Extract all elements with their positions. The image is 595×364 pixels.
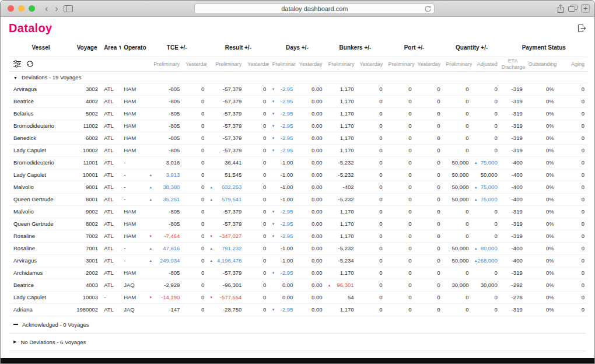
result-yesterday-cell: 0: [244, 95, 269, 107]
share-icon[interactable]: [556, 4, 565, 13]
sub-col-outstanding: Outstanding: [526, 57, 557, 71]
operator-cell: -: [121, 242, 146, 254]
filter-sliders-icon[interactable]: [13, 60, 21, 68]
sidebar-icon[interactable]: [64, 5, 73, 12]
quantity-adjusted-cell: 0: [472, 132, 501, 144]
quantity-adjusted-cell: 0: [472, 107, 501, 120]
vessel-cell: Bromodideuterio: [9, 156, 73, 169]
section-header-acknowledged[interactable]: Acknowledged - 0 Voyages: [9, 316, 586, 334]
section-title: No Deviations - 6 Voyages: [20, 339, 86, 345]
operator-cell: HAM: [121, 230, 146, 242]
table-row[interactable]: Rosaline7002ATLHAM▼-7,4640▼-347,0270▼-2.…: [9, 230, 587, 242]
tce-yesterday-cell: 0: [183, 267, 207, 279]
table-row[interactable]: Lady Capulet10003-HAM▼-14,1900▼-577,5540…: [9, 291, 587, 303]
forward-button[interactable]: ›: [53, 4, 60, 13]
port-yesterday-cell: 0: [415, 156, 443, 169]
port-preliminary-cell: 0: [386, 181, 415, 193]
table-row[interactable]: Belarius5002ATLHAM-8050-57,3790▼-2.950.0…: [9, 107, 587, 120]
minimize-button[interactable]: [18, 5, 24, 12]
eta-discharge-cell: -400: [501, 242, 526, 254]
days-yesterday-cell: 0.00: [296, 107, 325, 120]
up-arrow-icon: ▲: [209, 198, 213, 201]
days-preliminary-cell: ▼-2.95: [269, 267, 296, 279]
col-group-port: Port +/-: [386, 39, 443, 57]
dashboard-page: Dataloy VesselVoyageAreaOperatorTCE +/-R…: [1, 17, 594, 358]
voyage-cell: 6002: [73, 132, 101, 144]
table-row[interactable]: Bromodideuterio11001ATL-3,016036,4410-1.…: [9, 156, 587, 169]
filter-icon[interactable]: [118, 46, 121, 50]
quantity-adjusted-cell: 0: [472, 83, 501, 95]
table-row[interactable]: Rosaline7001ATL-▲47,8160▲791,2320-1.000.…: [9, 242, 587, 254]
voyage-cell: 8001: [73, 193, 101, 205]
aging-cell: 0: [557, 279, 587, 291]
section-header-deviations[interactable]: ▼Deviations - 19 Voyages: [9, 71, 587, 83]
quantity-preliminary-cell: 0: [443, 205, 472, 218]
tce-yesterday-cell: 0: [183, 279, 207, 291]
days-preliminary-cell: ▼-2.95: [269, 132, 296, 144]
triangle-down-icon: ▼: [13, 76, 18, 80]
table-row[interactable]: Bromodideuterio11002ATLHAM-8050-57,3790▼…: [9, 120, 587, 132]
logout-icon[interactable]: [577, 24, 586, 33]
table-row[interactable]: Benedick6002ATLHAM-8050-57,3790▼-2.950.0…: [9, 132, 587, 144]
days-preliminary-cell: -1.00: [269, 169, 296, 181]
area-cell: ATL: [101, 95, 121, 107]
tce-preliminary-cell: ▲47,816: [146, 242, 183, 254]
port-preliminary-cell: 0: [386, 132, 415, 144]
voyage-cell: 5002: [73, 107, 101, 120]
up-arrow-icon: ▲: [209, 186, 213, 189]
tce-preliminary-cell: -805: [146, 95, 183, 107]
table-row[interactable]: Beatrice4002ATLHAM-8050-57,3790▼-2.950.0…: [9, 95, 587, 107]
address-bar[interactable]: dataloy dashboard.com: [194, 4, 435, 14]
aging-cell: 0: [557, 205, 587, 218]
operator-cell: HAM: [121, 132, 146, 144]
bunkers-preliminary-cell: -5,232: [325, 242, 356, 254]
table-row[interactable]: Beatrice4003ATLJAQ-2,9290-96,30100.000.0…: [9, 279, 587, 291]
tce-yesterday-cell: 0: [183, 169, 207, 181]
new-tab-icon[interactable]: +: [581, 4, 590, 13]
zoom-button[interactable]: [29, 5, 35, 12]
tabs-icon[interactable]: [568, 5, 578, 12]
tce-preliminary-cell: -147: [146, 303, 183, 316]
port-yesterday-cell: 0: [415, 230, 443, 242]
refresh-icon[interactable]: [26, 60, 34, 68]
table-row[interactable]: Lady Capulet10002ATLHAM-8050-57,3790▼-2.…: [9, 144, 587, 156]
table-row[interactable]: Malvolio9001ATL-▲38,3800▲632,2530-1.000.…: [9, 181, 587, 193]
outstanding-cell: 0%: [526, 193, 557, 205]
reload-icon[interactable]: [424, 5, 432, 14]
vessel-cell: Queen Gertrude: [9, 218, 73, 230]
table-row[interactable]: Malvolio9002ATLHAM-8050-57,3790▼-2.950.0…: [9, 205, 587, 218]
table-row[interactable]: Adriana1980002ATLJAQ-1470-28,7500▼-2.950…: [9, 303, 587, 316]
quantity-preliminary-cell: 0: [443, 303, 472, 316]
eta-discharge-cell: -319: [501, 132, 526, 144]
days-preliminary-cell: ▼-2.95: [269, 83, 296, 95]
table-row[interactable]: Lady Capulet10001ATL-▲3,913051,5450-1.00…: [9, 169, 587, 181]
result-preliminary-cell: ▲791,232: [207, 242, 244, 254]
table-row[interactable]: Queen Gertrude8002ATLHAM-8050-57,3790▼-2…: [9, 218, 587, 230]
area-cell: ATL: [101, 83, 121, 95]
aging-cell: 0: [557, 144, 587, 156]
aging-cell: 0: [557, 120, 587, 132]
result-preliminary-cell: -57,379: [207, 107, 244, 120]
table-row[interactable]: Arviragus3001ATL-▲249,9340▲4,196,4760-1.…: [9, 254, 587, 267]
result-preliminary-cell: -57,379: [207, 267, 244, 279]
port-yesterday-cell: 0: [415, 267, 443, 279]
result-preliminary-cell: ▼-347,027: [207, 230, 244, 242]
port-preliminary-cell: 0: [386, 230, 415, 242]
bunkers-yesterday-cell: 0: [357, 205, 386, 218]
bunkers-yesterday-cell: 0: [357, 242, 386, 254]
area-cell: ATL: [101, 254, 121, 267]
sub-col-aging: Aging: [557, 57, 587, 71]
port-yesterday-cell: 0: [415, 242, 443, 254]
tce-preliminary-cell: -805: [146, 144, 183, 156]
back-button[interactable]: ‹: [43, 4, 50, 13]
table-row[interactable]: Arviragus3002ATLHAM-8050-57,3790▼-2.950.…: [9, 83, 587, 95]
area-cell: ATL: [101, 169, 121, 181]
operator-cell: -: [121, 169, 146, 181]
days-preliminary-cell: -1.00: [269, 156, 296, 169]
tce-preliminary-cell: -805: [146, 107, 183, 120]
table-row[interactable]: Archidamus2002ATLHAM-8050-57,3790▼-2.950…: [9, 267, 587, 279]
section-header-no-deviations[interactable]: ▶No Deviations - 6 Voyages: [9, 334, 586, 351]
tce-preliminary-cell: -805: [146, 120, 183, 132]
table-row[interactable]: Queen Gertrude8001ATL-▲35,2510▲579,5410-…: [9, 193, 587, 205]
close-button[interactable]: [8, 5, 14, 12]
